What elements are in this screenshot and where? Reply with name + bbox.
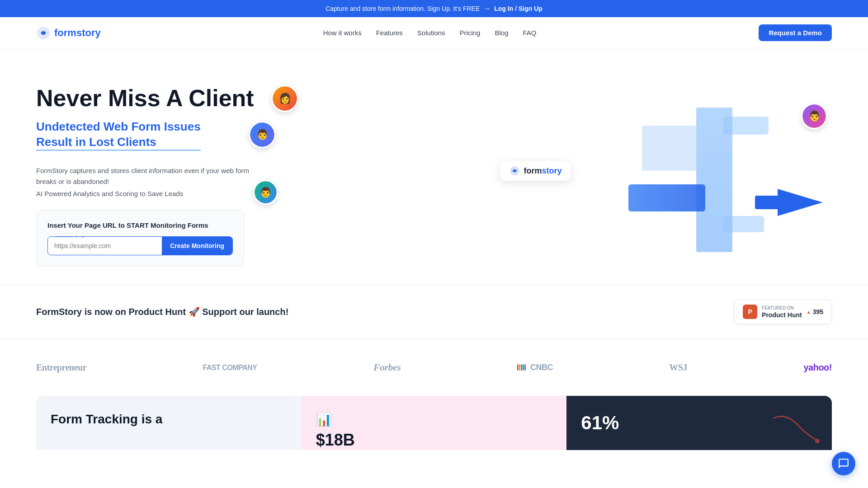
media-wsj: WSJ — [669, 362, 687, 373]
bottom-cards: Form Tracking is a 📊 $18B 61% — [0, 396, 868, 450]
nav-pricing[interactable]: Pricing — [460, 29, 481, 37]
svg-point-1 — [42, 31, 45, 35]
brand-pill-logo-icon — [509, 165, 520, 176]
media-fast-company: FAST COMPANY — [203, 363, 257, 372]
media-entrepreneur: Entrepreneur — [36, 362, 86, 373]
avatar-1: 👩 — [271, 85, 298, 112]
card-percent: 61% — [566, 396, 832, 450]
brand-pill: formstory — [500, 161, 571, 181]
hero-illustration-area: 👩 👨 👨 👨 formstory — [253, 76, 832, 266]
cnbc-peacock-icon — [517, 364, 526, 371]
nav-faq[interactable]: FAQ — [523, 29, 536, 37]
product-hunt-bar: FormStory is now on Product Hunt 🚀 Suppo… — [0, 285, 868, 339]
card-3-percent: 61% — [581, 412, 619, 433]
hero-ai-text: AI Powered Analytics and Scoring to Save… — [36, 190, 271, 197]
hero-section: Never Miss A Client Undetected Web Form … — [0, 49, 868, 285]
logo[interactable]: formstory — [36, 26, 101, 40]
media-cnbc: CNBC — [517, 363, 553, 372]
svg-point-12 — [815, 439, 820, 443]
card-market: 📊 $18B — [302, 396, 567, 450]
nav-features[interactable]: Features — [376, 29, 403, 37]
request-demo-button[interactable]: Request a Demo — [759, 24, 832, 41]
product-hunt-badge[interactable]: P FEATURED ON Product Hunt ▲ 395 — [734, 300, 832, 324]
ph-icon: P — [743, 305, 757, 319]
product-hunt-text: FormStory is now on Product Hunt 🚀 Suppo… — [36, 306, 288, 317]
nav-blog[interactable]: Blog — [495, 29, 508, 37]
banner-arrow: → — [483, 5, 491, 13]
url-input-label: Website URL — [53, 236, 86, 238]
brand-pill-text: formstory — [524, 166, 561, 176]
banner-text: Capture and store form information. Sign… — [326, 5, 480, 12]
banner-cta[interactable]: Log In / Sign Up — [494, 5, 542, 12]
hero-desc: FormStory captures and stores client inf… — [36, 165, 271, 187]
avatar-4: 👨 — [801, 103, 827, 129]
top-banner: Capture and store form information. Sign… — [0, 0, 868, 17]
media-yahoo: yahoo! — [803, 362, 832, 373]
card-form-tracking: Form Tracking is a — [36, 396, 302, 450]
hero-left: Never Miss A Client Undetected Web Form … — [36, 76, 271, 267]
media-forbes: Forbes — [373, 361, 401, 373]
nav-solutions[interactable]: Solutions — [417, 29, 445, 37]
create-monitoring-button[interactable]: Create Monitoring — [162, 237, 232, 255]
url-card: Insert Your Page URL to START Monitoring… — [36, 210, 244, 267]
svg-point-11 — [513, 169, 516, 172]
navbar: formstory How it works Features Solution… — [0, 17, 868, 49]
svg-rect-7 — [723, 216, 764, 232]
nav-how-it-works[interactable]: How it works — [323, 29, 362, 37]
card-3-chart — [769, 409, 823, 446]
url-input-wrapper: Website URL Create Monitoring — [47, 236, 233, 255]
svg-rect-6 — [723, 117, 769, 135]
url-input[interactable] — [48, 237, 162, 255]
logo-icon — [36, 26, 51, 40]
hero-title: Never Miss A Client — [36, 85, 271, 112]
ph-upvote-icon: ▲ — [807, 310, 811, 314]
ph-count: ▲ 395 — [807, 308, 823, 315]
hero-subtitle: Undetected Web Form Issues Result in Los… — [36, 119, 201, 151]
ph-badge-middle: FEATURED ON Product Hunt — [762, 305, 802, 319]
media-logos: Entrepreneur FAST COMPANY Forbes CNBC WS… — [0, 348, 868, 387]
card-2-chart-icon: 📊 — [316, 412, 332, 427]
card-1-title: Form Tracking is a — [51, 412, 287, 427]
nav-links: How it works Features Solutions Pricing … — [323, 29, 537, 37]
logo-text: formstory — [54, 27, 101, 39]
url-card-title: Insert Your Page URL to START Monitoring… — [47, 221, 233, 229]
svg-rect-5 — [755, 196, 787, 209]
svg-rect-3 — [628, 184, 705, 211]
card-2-amount: $18B — [316, 431, 355, 450]
